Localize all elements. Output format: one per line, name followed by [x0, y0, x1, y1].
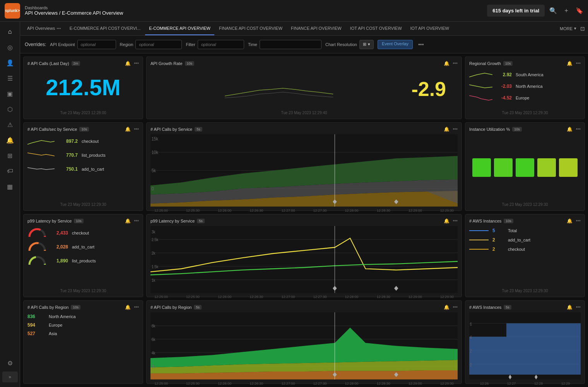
- bell-icon[interactable]: 🔔: [567, 218, 573, 224]
- sidebar-item-settings[interactable]: ⚙: [2, 356, 18, 370]
- sidebar-item-home[interactable]: ⌂: [2, 25, 18, 39]
- panel-title: # AWS Instances 10s: [469, 219, 513, 223]
- util-box-3: [516, 158, 534, 177]
- panel-api-growth-rate: API Growth Rate 10s 🔔 •••: [146, 57, 462, 119]
- bell-icon[interactable]: 🔔: [567, 61, 573, 66]
- bookmark-icon[interactable]: 🔖: [576, 7, 583, 14]
- more-icon[interactable]: •••: [576, 218, 581, 224]
- filter-input[interactable]: [198, 40, 244, 49]
- sidebar-item-org[interactable]: 👤: [2, 56, 18, 70]
- sidebar: ⌂ ◎ 👤 ☰ ▣ ⬡ ⚠ 🔔 ⊞ 🏷 ▦ ⚙ »: [0, 22, 20, 387]
- calls-label: list_products: [82, 153, 106, 158]
- bell-icon[interactable]: 🔔: [444, 305, 450, 310]
- add-icon[interactable]: ＋: [563, 7, 569, 15]
- more-icon[interactable]: •••: [134, 305, 139, 310]
- panel-title: p99 Latency by Service 10s: [27, 219, 84, 223]
- api-endpoint-label: API Endpoint: [50, 42, 75, 47]
- bell-icon[interactable]: 🔔: [567, 305, 573, 310]
- more-icon[interactable]: •••: [453, 61, 458, 66]
- panel-p99-latency-service: p99 Latency by Service 10s 🔔 •••: [23, 214, 143, 298]
- time-input[interactable]: [260, 40, 321, 49]
- chart-res-label: Chart Resolution: [325, 42, 357, 47]
- more-icon[interactable]: •••: [134, 127, 139, 132]
- panel-header: # AWS Instances 10s 🔔 •••: [469, 218, 581, 224]
- panel-badge: 2m: [72, 61, 80, 66]
- api-endpoint-input[interactable]: [77, 40, 116, 49]
- tab-dots-icon[interactable]: •••: [56, 26, 61, 31]
- more-icon[interactable]: •••: [576, 127, 581, 132]
- region-label: Asia: [49, 331, 57, 336]
- breadcrumb-parent[interactable]: Dashboards: [25, 5, 482, 10]
- panel-badge: 10s: [185, 61, 195, 66]
- calls-row-list-products: 770.7 list_products: [27, 150, 139, 161]
- tab-iot-cost[interactable]: IOT API COST OVERVIEW: [346, 22, 406, 35]
- event-overlay-button[interactable]: Event Overlay: [378, 40, 413, 49]
- bell-icon[interactable]: 🔔: [125, 61, 131, 66]
- sidebar-item-alerts[interactable]: ⚠: [2, 118, 18, 132]
- more-icon[interactable]: •••: [453, 127, 458, 132]
- calls-val: 897.2: [58, 139, 78, 144]
- aws-table: 5 Total 2 add_to_cart 2 checkout: [469, 226, 581, 288]
- sidebar-expand-button[interactable]: »: [2, 372, 18, 382]
- bell-icon[interactable]: 🔔: [444, 127, 450, 132]
- sidebar-item-reports[interactable]: ☰: [2, 71, 18, 85]
- bell-icon[interactable]: 🔔: [125, 127, 131, 132]
- more-icon[interactable]: •••: [576, 61, 581, 66]
- panel-header: # API Calls/sec by Service 10s 🔔 •••: [27, 127, 139, 132]
- bell-icon[interactable]: 🔔: [444, 61, 450, 66]
- tab-iot-overview[interactable]: IOT API OVERVIEW: [407, 22, 453, 35]
- panel-title: API Growth Rate 10s: [150, 61, 194, 66]
- bell-icon[interactable]: 🔔: [125, 218, 131, 224]
- more-icon[interactable]: •••: [576, 305, 581, 310]
- more-icon[interactable]: •••: [453, 218, 458, 224]
- panel-actions: 🔔 •••: [444, 305, 458, 310]
- sidebar-item-search[interactable]: ◎: [2, 40, 18, 54]
- sidebar-item-grid[interactable]: ⊞: [2, 149, 18, 163]
- tab-ecomm-overview[interactable]: E-COMMERCE API OVERVIEW: [145, 22, 214, 35]
- sidebar-item-tag[interactable]: 🏷: [2, 164, 18, 178]
- region-label: Region: [120, 42, 133, 47]
- panel-aws-instances: # AWS Instances 10s 🔔 ••• 5 Total: [465, 214, 585, 298]
- sidebar-item-package[interactable]: ⬡: [2, 102, 18, 116]
- growth-table: 2.92 South America -2.03 North America -…: [469, 68, 581, 109]
- tab-more[interactable]: MORE ▾: [560, 26, 576, 31]
- panel-badge: 10s: [79, 127, 89, 132]
- filter-label: Filter: [186, 42, 195, 47]
- panel-header: API Growth Rate 10s 🔔 •••: [150, 61, 458, 66]
- more-icon[interactable]: •••: [453, 305, 458, 310]
- panel-actions: 🔔 •••: [125, 218, 139, 224]
- aws-row-total: 5 Total: [469, 228, 581, 234]
- region-input[interactable]: [135, 40, 182, 49]
- bell-icon[interactable]: 🔔: [125, 305, 131, 310]
- panel-badge: 5s: [197, 219, 205, 223]
- more-icon[interactable]: •••: [134, 218, 139, 224]
- bell-icon[interactable]: 🔔: [567, 127, 573, 132]
- tab-api-overviews[interactable]: API Overviews •••: [23, 22, 65, 35]
- splunk-logo[interactable]: splunk>: [5, 3, 20, 19]
- sidebar-item-messages[interactable]: ▣: [2, 87, 18, 101]
- latency-table: 2,433 checkout 2,028 add_to_cart: [27, 226, 139, 288]
- panel-actions: 🔔 •••: [567, 218, 581, 224]
- panel-title: p99 Latency by Service 5s: [150, 219, 205, 223]
- panel-api-calls-region-chart: # API Calls by Region 5s 🔔 •••: [146, 300, 462, 384]
- panel-badge: 5s: [194, 305, 202, 310]
- chart-res-button[interactable]: ⊞ ▾: [359, 40, 374, 49]
- tab-ecomm-cost[interactable]: E-COMMERCE API COST OVERVI...: [66, 22, 145, 35]
- tab-finance-overview[interactable]: FINANCE API OVERVIEW: [287, 22, 345, 35]
- panel-header: # AWS Instances 5s 🔔 •••: [469, 305, 581, 310]
- tab-finance-cost[interactable]: FINANCE API COST OVERVIEW: [215, 22, 286, 35]
- svg-text:2.5k: 2.5k: [152, 238, 159, 242]
- layout-icon[interactable]: ⊡: [580, 26, 585, 32]
- trial-badge: 615 days left in trial: [487, 5, 545, 17]
- time-group: Time: [248, 40, 321, 49]
- calls-label: add_to_cart: [82, 167, 104, 171]
- instance-util-boxes: [469, 134, 581, 201]
- search-icon[interactable]: 🔍: [549, 7, 557, 14]
- aws-val: 2: [492, 237, 504, 243]
- latency-row-checkout: 2,433 checkout: [27, 228, 139, 238]
- more-icon[interactable]: •••: [134, 61, 139, 66]
- filter-menu-icon[interactable]: •••: [418, 41, 424, 48]
- sidebar-item-table[interactable]: ▦: [2, 180, 18, 194]
- sidebar-item-bell[interactable]: 🔔: [2, 133, 18, 147]
- bell-icon[interactable]: 🔔: [444, 218, 450, 224]
